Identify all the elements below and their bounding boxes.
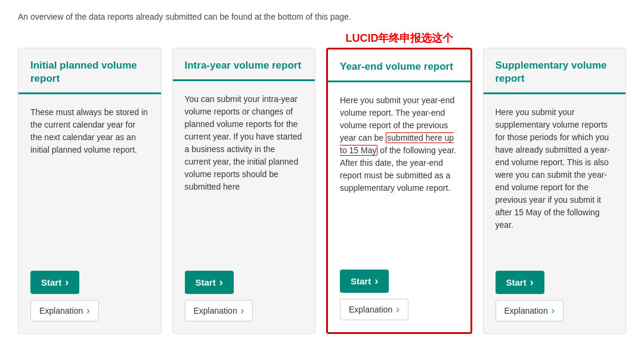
card-actions-intra-year: StartExplanation bbox=[173, 265, 315, 321]
start-button-intra-year[interactable]: Start bbox=[185, 271, 234, 294]
start-button-initial-planned[interactable]: Start bbox=[30, 271, 79, 294]
card-header-intra-year: Intra-year volume report bbox=[173, 48, 315, 81]
annotation-wrapper: LUCID年终申报选这个 Initial planned volume repo… bbox=[18, 31, 626, 334]
card-title-year-end: Year-end volume report bbox=[340, 60, 459, 73]
start-button-year-end[interactable]: Start bbox=[340, 270, 389, 293]
card-body-intra-year: You can submit your intra-year volume re… bbox=[173, 81, 315, 265]
card-intra-year: Intra-year volume reportYou can submit y… bbox=[172, 48, 316, 334]
card-supplementary: Supplementary volume reportHere you subm… bbox=[483, 48, 627, 334]
card-header-supplementary: Supplementary volume report bbox=[484, 48, 626, 94]
explanation-button-initial-planned[interactable]: Explanation bbox=[30, 300, 99, 321]
card-actions-year-end: StartExplanation bbox=[328, 264, 470, 320]
card-actions-initial-planned: StartExplanation bbox=[18, 265, 161, 321]
card-title-intra-year: Intra-year volume report bbox=[185, 59, 304, 72]
card-title-supplementary: Supplementary volume report bbox=[496, 59, 614, 85]
card-body-initial-planned: These must always be stored in the curre… bbox=[18, 94, 161, 265]
cards-row: Initial planned volume reportThese must … bbox=[18, 48, 626, 334]
card-header-initial-planned: Initial planned volume report bbox=[18, 48, 161, 94]
card-body-year-end: Here you submit your year-end volume rep… bbox=[328, 82, 470, 264]
card-initial-planned: Initial planned volume reportThese must … bbox=[18, 48, 162, 334]
card-header-year-end: Year-end volume report bbox=[328, 49, 470, 82]
lucid-annotation-label: LUCID年终申报选这个 bbox=[346, 31, 454, 45]
card-actions-supplementary: StartExplanation bbox=[484, 265, 626, 321]
top-note: An overview of the data reports already … bbox=[18, 12, 626, 21]
highlight-text: submitted here up to 15 May bbox=[340, 132, 454, 156]
explanation-button-intra-year[interactable]: Explanation bbox=[185, 300, 253, 321]
card-year-end: Year-end volume reportHere you submit yo… bbox=[326, 48, 472, 334]
explanation-button-supplementary[interactable]: Explanation bbox=[496, 300, 564, 321]
card-body-supplementary: Here you submit your supplementary volum… bbox=[484, 94, 626, 265]
explanation-button-year-end[interactable]: Explanation bbox=[340, 299, 408, 320]
start-button-supplementary[interactable]: Start bbox=[496, 271, 544, 294]
card-title-initial-planned: Initial planned volume report bbox=[30, 59, 149, 85]
